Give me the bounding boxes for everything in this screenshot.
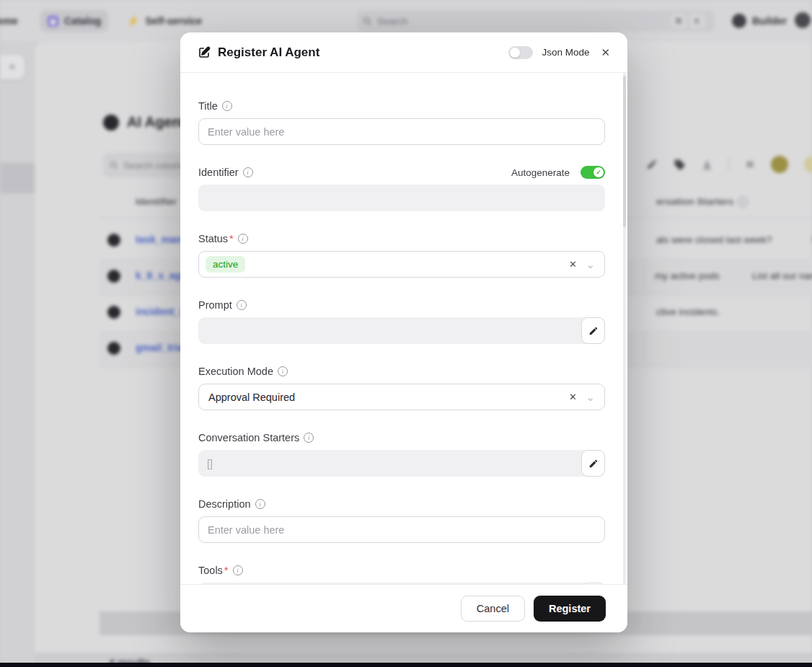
prompt-label: Prompt — [198, 299, 232, 311]
status-label: Status — [198, 233, 228, 244]
pencil-icon — [588, 459, 599, 469]
chevron-down-icon[interactable]: ⌄ — [586, 384, 595, 410]
conversation-starters-input-disabled: [] — [198, 450, 605, 477]
modal-header: Register AI Agent Json Mode ✕ — [180, 32, 627, 73]
description-label: Description — [198, 498, 251, 510]
info-icon: i — [238, 234, 248, 244]
field-description: Description i — [198, 498, 605, 543]
required-asterisk: * — [224, 565, 229, 576]
bottom-taskbar — [0, 663, 812, 667]
execution-mode-select[interactable]: Approval Required ✕ ⌄ — [198, 384, 605, 410]
json-mode-toggle[interactable] — [508, 46, 533, 59]
tools-label: Tools — [198, 565, 223, 576]
identifier-label: Identifier — [198, 167, 239, 178]
json-mode-label: Json Mode — [542, 47, 589, 58]
field-prompt: Prompt i — [198, 299, 605, 344]
close-icon[interactable]: ✕ — [598, 45, 613, 61]
field-execution-mode: Execution Mode i Approval Required ✕ ⌄ — [198, 365, 605, 410]
status-chip: active — [206, 256, 245, 273]
modal-title: Register AI Agent — [218, 45, 319, 60]
field-title: Title i — [198, 100, 605, 145]
autogenerate-toggle[interactable]: ✓ — [581, 166, 605, 179]
modal-body: Title i Identifier i Autogenerate ✓ Stat… — [180, 73, 627, 584]
status-select[interactable]: active ✕ ⌄ — [198, 251, 605, 278]
edit-square-icon — [198, 46, 211, 59]
autogenerate-label: Autogenerate — [511, 167, 570, 178]
execution-mode-value: Approval Required — [206, 392, 295, 403]
cancel-button[interactable]: Cancel — [461, 596, 525, 622]
chevron-down-icon[interactable]: ⌄ — [586, 252, 595, 277]
info-icon: i — [304, 433, 314, 443]
pencil-icon — [588, 326, 599, 336]
prompt-input-disabled — [198, 317, 605, 344]
field-conversation-starters: Conversation Starters i [] — [198, 431, 605, 477]
prompt-edit-button[interactable] — [581, 317, 605, 344]
required-asterisk: * — [229, 233, 234, 244]
field-tools: Tools* i — [198, 564, 605, 584]
info-icon: i — [233, 565, 243, 575]
info-icon: i — [237, 300, 247, 310]
description-input[interactable] — [198, 516, 605, 543]
toggle-knob — [510, 48, 520, 58]
conversation-starters-edit-button[interactable] — [581, 450, 605, 477]
info-icon: i — [255, 499, 265, 509]
info-icon: i — [278, 366, 288, 376]
register-ai-agent-modal: Register AI Agent Json Mode ✕ Title i Id… — [180, 32, 627, 632]
modal-scrollbar-thumb[interactable] — [623, 76, 626, 227]
field-status: Status* i active ✕ ⌄ — [198, 232, 605, 278]
execution-mode-label: Execution Mode — [198, 366, 273, 377]
clear-icon[interactable]: ✕ — [569, 252, 577, 277]
toggle-knob-check: ✓ — [593, 167, 604, 177]
register-button[interactable]: Register — [534, 596, 606, 622]
conversation-starters-value: [] — [207, 458, 213, 469]
info-icon: i — [243, 167, 253, 177]
title-input[interactable] — [198, 118, 605, 145]
modal-footer: Cancel Register — [180, 584, 627, 632]
title-label: Title — [198, 100, 218, 112]
field-identifier: Identifier i Autogenerate ✓ — [198, 166, 605, 211]
clear-icon[interactable]: ✕ — [569, 384, 577, 410]
info-icon: i — [222, 101, 232, 111]
conversation-starters-label: Conversation Starters — [198, 432, 299, 443]
identifier-input-disabled — [198, 185, 605, 211]
